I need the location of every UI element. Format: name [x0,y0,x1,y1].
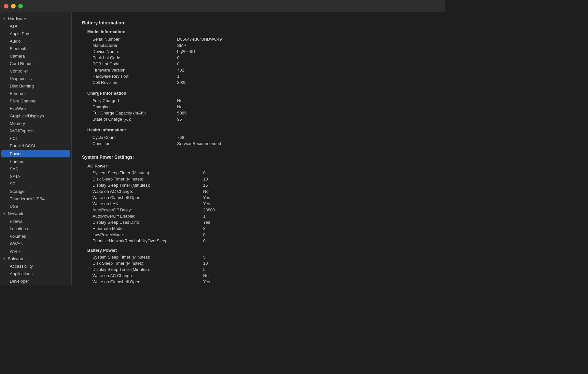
sidebar-item-ata[interactable]: ATA [0,22,71,30]
info-row: Full Charge Capacity (mAh):5085 [82,110,434,116]
sidebar-item-wwan[interactable]: WWAN [0,240,71,247]
sidebar-item-disabled-software[interactable]: Disabled Software [0,285,71,286]
power-value: Yes [203,279,210,284]
power-value: 10 [203,261,208,266]
power-label: Hibernate Mode: [92,226,203,231]
sidebar-item-thunderbolt-usb4[interactable]: Thunderbolt/USB4 [0,195,71,203]
info-value: Service Recommended [177,141,221,146]
power-value: 0 [203,170,205,175]
sidebar-item-wi-fi[interactable]: Wi-Fi [0,247,71,255]
power-row: Display Sleep Timer (Minutes):15 [82,182,434,188]
info-label: Cell Revision: [92,80,177,85]
power-label: Display Sleep Timer (Minutes): [92,267,203,272]
sidebar-item-diagnostics[interactable]: Diagnostics [0,75,71,82]
power-label: Disk Sleep Timer (Minutes): [92,261,203,266]
power-label: Wake on Clamshell Open: [92,195,203,200]
sidebar-item-firewire[interactable]: FireWire [0,105,71,112]
info-label: Condition: [92,141,177,146]
power-label: PrioritizeNetworkReachabilityOverSleep: [92,238,203,243]
info-row: Cycle Count:768 [82,134,434,140]
power-row: System Sleep Timer (Minutes):5 [82,254,434,260]
sidebar-item-usb[interactable]: USB [0,203,71,210]
sidebar-item-developer[interactable]: Developer [0,277,71,285]
info-row: Device Name:bq20z451 [82,48,434,55]
power-row: PrioritizeNetworkReachabilityOverSleep:0 [82,238,434,244]
info-value: 768 [177,135,184,140]
sidebar-item-controller[interactable]: Controller [0,67,71,75]
info-value: 95 [177,117,182,122]
power-label: Display Sleep Uses Dim: [92,220,203,225]
power-row: Wake on AC Change:No [82,188,434,194]
sidebar-item-accessibility[interactable]: Accessibility [0,262,71,270]
power-label: Wake on AC Change: [92,189,203,194]
info-value: bq20z451 [177,49,196,54]
power-label: System Sleep Timer (Minutes): [92,255,203,260]
power-row: LowPowerMode:0 [82,232,434,238]
power-label: Wake on Clamshell Open: [92,279,203,284]
sidebar-item-fibre-channel[interactable]: Fibre Channel [0,97,71,105]
chevron-icon: ▼ [3,17,6,20]
sidebar-item-firewall[interactable]: Firewall [0,218,71,225]
info-row: State of Charge (%):95 [82,116,434,122]
power-row: System Sleep Timer (Minutes):0 [82,170,434,176]
sidebar-item-camera[interactable]: Camera [0,52,71,60]
power-row: AutoPowerOff Enabled:1 [82,213,434,219]
minimize-button[interactable] [11,4,16,8]
sidebar-item-power[interactable]: Power [1,150,70,157]
sidebar-item-card-reader[interactable]: Card Reader [0,60,71,67]
power-value: 15 [203,183,208,188]
power-value: No [203,189,209,194]
sidebar-item-ethernet[interactable]: Ethernet [0,90,71,97]
sidebar-item-parallel-scsi[interactable]: Parallel SCSI [0,142,71,150]
sidebar-item-volumes[interactable]: Volumes [0,233,71,240]
sidebar-item-sas[interactable]: SAS [0,165,71,173]
info-value: 0 [177,61,179,66]
sidebar-item-locations[interactable]: Locations [0,225,71,233]
close-button[interactable] [4,4,8,8]
sidebar-item-bluetooth[interactable]: Bluetooth [0,45,71,52]
sidebar-item-memory[interactable]: Memory [0,120,71,127]
sidebar-item-sata[interactable]: SATA [0,173,71,180]
power-label: AutoPowerOff Enabled: [92,214,203,219]
power-label: Display Sleep Timer (Minutes): [92,183,203,188]
sidebar-item-nvmexpress[interactable]: NVMExpress [0,127,71,135]
power-row: Wake on AC Change:No [82,273,434,279]
sidebar-item-spi[interactable]: SPI [0,180,71,188]
sidebar-section-hardware[interactable]: ▼Hardware [0,15,71,22]
power-row: Display Sleep Timer (Minutes):5 [82,266,434,273]
info-label: Firmware Version: [92,68,177,73]
sidebar-item-audio[interactable]: Audio [0,37,71,45]
power-label: Wake on LAN: [92,201,203,206]
info-label: Pack Lot Code: [92,55,177,60]
sidebar-item-applications[interactable]: Applications [0,270,71,277]
sidebar-item-apple-pay[interactable]: Apple Pay [0,30,71,37]
power-row: AutoPowerOff Delay:28800 [82,207,434,213]
sidebar-item-disc-burning[interactable]: Disc Burning [0,82,71,90]
sidebar-item-pci[interactable]: PCI [0,135,71,142]
sidebar-item-storage[interactable]: Storage [0,188,71,195]
info-value: SMP [177,43,186,48]
power-row: Disk Sleep Timer (Minutes):10 [82,260,434,266]
chevron-icon: ▼ [3,257,6,260]
power-label: AutoPowerOff Delay: [92,207,203,212]
info-row: Cell Revision:3925 [82,79,434,86]
system-power-title: System Power Settings: [82,154,434,160]
power-row: Hibernate Mode:3 [82,225,434,232]
power-value: 1 [203,214,205,219]
info-label: Device Name: [92,49,177,54]
info-value: No [177,104,183,109]
sidebar-item-graphics-displays[interactable]: Graphics/Displays [0,112,71,120]
info-value: D866474B04JHDWC49 [177,37,222,42]
title-bar [0,0,445,12]
traffic-lights[interactable] [4,4,23,8]
sidebar-item-printers[interactable]: Printers [0,158,71,165]
power-row: Wake on Clamshell Open:Yes [82,279,434,285]
maximize-button[interactable] [18,4,23,8]
info-row: Firmware Version:702 [82,67,434,73]
power-row: Wake on Clamshell Open:Yes [82,194,434,201]
power-row: Display Sleep Uses Dim:Yes [82,219,434,225]
sidebar-section-network[interactable]: ▼Network [0,210,71,218]
model-info-group: Model Information:Serial Number:D866474B… [82,29,434,86]
sidebar-section-software[interactable]: ▼Software [0,255,71,262]
charge-info-group: Charge Information:Fully Charged:NoCharg… [82,91,434,122]
